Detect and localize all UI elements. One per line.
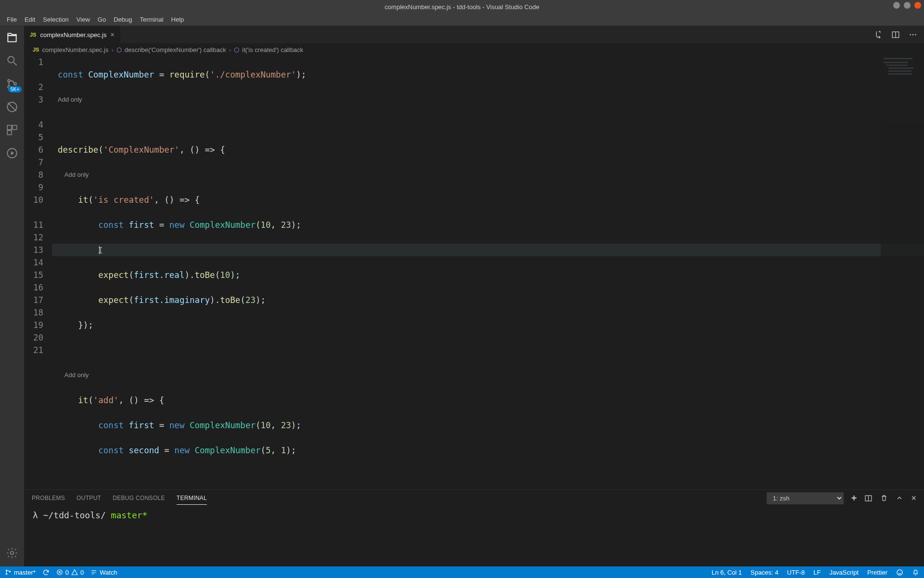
compare-changes-icon[interactable]	[874, 30, 883, 39]
svg-point-0	[8, 56, 14, 63]
split-editor-icon[interactable]	[891, 30, 900, 39]
breadcrumb-file[interactable]: complexNumber.spec.js	[42, 46, 108, 53]
breadcrumb[interactable]: JS complexNumber.spec.js › ⬡ describe('C…	[24, 43, 924, 56]
title-bar: complexNumber.spec.js - tdd-tools - Visu…	[0, 0, 924, 13]
svg-point-16	[912, 34, 914, 36]
source-control-icon[interactable]: 5K+	[5, 77, 19, 91]
explorer-icon[interactable]	[5, 31, 19, 44]
status-feedback-icon[interactable]	[896, 569, 903, 576]
menu-go[interactable]: Go	[94, 16, 110, 23]
svg-rect-7	[7, 125, 12, 130]
window-minimize-button[interactable]	[893, 2, 900, 9]
window-controls	[893, 2, 921, 9]
svg-point-21	[6, 573, 7, 574]
panel-tab-output[interactable]: OUTPUT	[77, 492, 101, 504]
new-terminal-icon[interactable]: +	[851, 493, 857, 504]
status-indentation[interactable]: Spaces: 4	[751, 569, 779, 576]
status-watch[interactable]: Watch	[90, 569, 117, 576]
panel-tab-problems[interactable]: PROBLEMS	[32, 492, 65, 504]
svg-point-15	[910, 34, 911, 36]
status-encoding[interactable]: UTF-8	[787, 569, 805, 576]
window-close-button[interactable]	[914, 2, 921, 9]
js-file-icon: JS	[33, 47, 39, 53]
more-actions-icon[interactable]	[909, 30, 917, 39]
activity-bar: 5K+	[0, 26, 24, 566]
panel-tabs: PROBLEMS OUTPUT DEBUG CONSOLE TERMINAL 1…	[24, 490, 924, 506]
window-maximize-button[interactable]	[904, 2, 911, 9]
terminal-prompt: λ ~/tdd-tools/	[33, 510, 111, 520]
codelens-add-only[interactable]: Add only	[52, 169, 924, 181]
svg-point-20	[6, 570, 7, 571]
breadcrumb-it[interactable]: it('is created') callback	[242, 46, 303, 53]
codelens-add-only[interactable]: Add only	[52, 93, 924, 106]
status-sync-icon[interactable]	[42, 569, 50, 576]
search-icon[interactable]	[5, 54, 19, 67]
code-editor[interactable]: 1 2 3 4 5 6 7 8 9 10 11 12 13 14 15 16 1…	[24, 56, 924, 489]
svg-rect-9	[7, 131, 12, 135]
bottom-panel: PROBLEMS OUTPUT DEBUG CONSOLE TERMINAL 1…	[24, 489, 924, 566]
status-eol[interactable]: LF	[813, 569, 821, 576]
terminal-shell-select[interactable]: 1: zsh	[767, 492, 844, 504]
status-notifications-icon[interactable]	[912, 569, 919, 576]
menu-edit[interactable]: Edit	[21, 16, 39, 23]
close-panel-icon[interactable]: ×	[911, 493, 916, 503]
codelens-add-only[interactable]: Add only	[52, 369, 924, 381]
svg-point-26	[897, 569, 902, 575]
svg-point-17	[915, 34, 916, 36]
menu-selection[interactable]: Selection	[39, 16, 72, 23]
chevron-right-icon: ›	[111, 46, 113, 53]
settings-gear-icon[interactable]	[5, 546, 19, 560]
menu-debug[interactable]: Debug	[110, 16, 136, 23]
status-bar: master* 0 0 Watch Ln 6, Col 1 Spaces: 4 …	[0, 566, 924, 578]
status-prettier[interactable]: Prettier	[867, 569, 887, 576]
symbol-method-icon: ⬡	[234, 46, 239, 53]
terminal-branch: master*	[111, 510, 148, 520]
test-runner-icon[interactable]	[5, 146, 19, 160]
svg-line-1	[13, 62, 17, 66]
breadcrumb-describe[interactable]: describe('ComplexNumber') callback	[125, 46, 226, 53]
scm-badge: 5K+	[8, 86, 22, 92]
text-cursor-icon	[99, 246, 100, 254]
status-git-branch[interactable]: master*	[5, 569, 36, 576]
tab-close-icon[interactable]: ×	[110, 31, 114, 39]
editor-area: JS complexNumber.spec.js × JS complexNum…	[24, 26, 924, 566]
maximize-panel-icon[interactable]	[896, 494, 903, 502]
terminal[interactable]: λ ~/tdd-tools/ master*	[24, 506, 924, 566]
symbol-method-icon: ⬡	[116, 46, 122, 53]
menu-help[interactable]: Help	[167, 16, 188, 23]
panel-tab-terminal[interactable]: TERMINAL	[177, 492, 207, 505]
minimap[interactable]	[881, 56, 924, 489]
kill-terminal-icon[interactable]	[880, 494, 888, 502]
status-language-mode[interactable]: JavaScript	[829, 569, 859, 576]
extensions-icon[interactable]	[5, 123, 19, 137]
window-title: complexNumber.spec.js - tdd-tools - Visu…	[385, 3, 539, 11]
current-line	[52, 244, 924, 256]
code-content[interactable]: const ComplexNumber = require('./complex…	[52, 56, 924, 489]
debug-icon[interactable]	[5, 100, 19, 114]
menu-terminal[interactable]: Terminal	[136, 16, 167, 23]
svg-point-12	[11, 552, 14, 555]
svg-point-2	[8, 79, 10, 82]
status-cursor-position[interactable]: Ln 6, Col 1	[712, 569, 742, 576]
svg-line-6	[8, 103, 16, 111]
svg-marker-11	[11, 151, 14, 156]
svg-rect-8	[13, 125, 17, 130]
menu-view[interactable]: View	[73, 16, 94, 23]
chevron-right-icon: ›	[229, 46, 231, 53]
panel-tab-debug-console[interactable]: DEBUG CONSOLE	[113, 492, 165, 504]
line-number-gutter: 1 2 3 4 5 6 7 8 9 10 11 12 13 14 15 16 1…	[24, 56, 52, 489]
tab-filename: complexNumber.spec.js	[40, 31, 106, 39]
split-terminal-icon[interactable]	[864, 494, 873, 502]
js-file-icon: JS	[30, 32, 36, 38]
menu-file[interactable]: File	[3, 16, 21, 23]
tab-complexnumber-spec[interactable]: JS complexNumber.spec.js ×	[24, 26, 121, 43]
menu-bar: File Edit Selection View Go Debug Termin…	[0, 13, 924, 26]
editor-tabs: JS complexNumber.spec.js ×	[24, 26, 924, 43]
status-problems[interactable]: 0 0	[56, 569, 84, 576]
